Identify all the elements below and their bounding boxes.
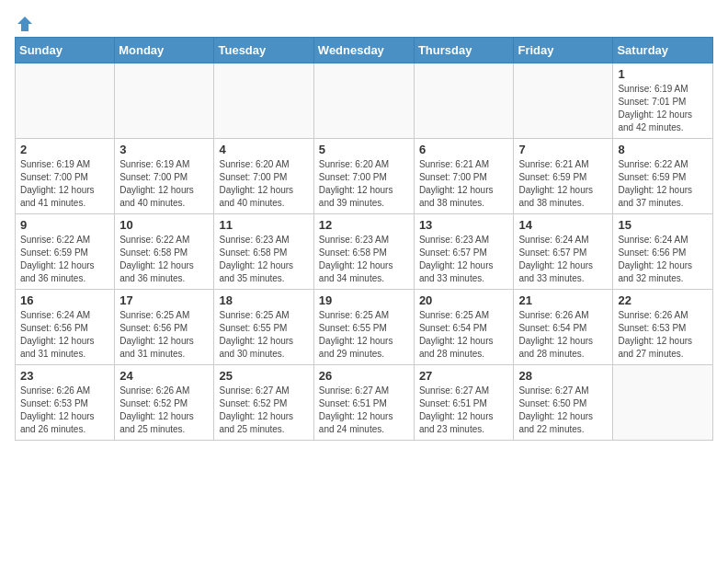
day-info: Sunrise: 6:24 AMSunset: 6:56 PMDaylight:… <box>618 234 708 285</box>
day-info-line: Daylight: 12 hours and 28 minutes. <box>518 336 593 359</box>
calendar-day-23: 23Sunrise: 6:26 AMSunset: 6:53 PMDayligh… <box>16 365 115 441</box>
calendar-day-21: 21Sunrise: 6:26 AMSunset: 6:54 PMDayligh… <box>514 290 613 365</box>
day-number: 9 <box>20 218 109 232</box>
day-info-line: Daylight: 12 hours and 27 minutes. <box>618 336 692 359</box>
calendar-empty-cell <box>214 63 313 139</box>
logo-icon <box>16 15 34 33</box>
day-number: 12 <box>319 218 409 232</box>
day-info-line: Sunset: 6:56 PM <box>20 323 88 333</box>
day-number: 2 <box>20 143 109 156</box>
calendar-day-1: 1Sunrise: 6:19 AMSunset: 7:01 PMDaylight… <box>613 63 713 139</box>
svg-marker-0 <box>17 17 32 31</box>
day-info-line: Sunset: 6:51 PM <box>319 398 387 408</box>
day-number: 1 <box>618 67 708 81</box>
day-info-line: Sunrise: 6:24 AM <box>618 235 688 245</box>
col-header-monday: Monday <box>115 38 214 63</box>
day-info-line: Sunrise: 6:23 AM <box>219 235 289 245</box>
calendar-empty-cell <box>514 63 613 139</box>
day-number: 26 <box>319 369 409 383</box>
day-info-line: Daylight: 12 hours and 39 minutes. <box>319 185 393 208</box>
day-info-line: Daylight: 12 hours and 30 minutes. <box>219 336 293 359</box>
day-info-line: Sunrise: 6:21 AM <box>419 159 489 169</box>
calendar-day-11: 11Sunrise: 6:23 AMSunset: 6:58 PMDayligh… <box>214 214 313 290</box>
col-header-wednesday: Wednesday <box>313 38 414 63</box>
calendar-day-24: 24Sunrise: 6:26 AMSunset: 6:52 PMDayligh… <box>115 365 214 441</box>
calendar-day-6: 6Sunrise: 6:21 AMSunset: 7:00 PMDaylight… <box>414 139 514 214</box>
col-header-thursday: Thursday <box>414 38 514 63</box>
day-number: 10 <box>119 218 209 232</box>
day-info: Sunrise: 6:24 AMSunset: 6:57 PMDaylight:… <box>518 234 608 285</box>
day-info-line: Sunset: 7:01 PM <box>618 97 686 107</box>
day-info-line: Daylight: 12 hours and 36 minutes. <box>20 260 95 283</box>
day-info-line: Sunset: 7:00 PM <box>20 172 88 182</box>
day-info-line: Daylight: 12 hours and 24 minutes. <box>319 411 393 434</box>
day-info-line: Sunset: 6:58 PM <box>119 247 188 258</box>
day-info-line: Sunrise: 6:22 AM <box>20 235 90 245</box>
day-info: Sunrise: 6:23 AMSunset: 6:57 PMDaylight:… <box>419 234 509 285</box>
day-info: Sunrise: 6:19 AMSunset: 7:00 PMDaylight:… <box>20 158 109 210</box>
day-info-line: Sunset: 6:57 PM <box>419 247 487 258</box>
day-info-line: Sunrise: 6:26 AM <box>119 385 189 396</box>
calendar-empty-cell <box>313 63 414 139</box>
day-info: Sunrise: 6:22 AMSunset: 6:59 PMDaylight:… <box>20 234 109 285</box>
calendar-day-19: 19Sunrise: 6:25 AMSunset: 6:55 PMDayligh… <box>313 290 414 365</box>
calendar-day-8: 8Sunrise: 6:22 AMSunset: 6:59 PMDaylight… <box>613 139 713 214</box>
calendar-day-14: 14Sunrise: 6:24 AMSunset: 6:57 PMDayligh… <box>514 214 613 290</box>
day-info-line: Sunset: 6:51 PM <box>419 398 487 408</box>
day-info-line: Sunrise: 6:20 AM <box>319 159 389 169</box>
calendar-day-12: 12Sunrise: 6:23 AMSunset: 6:58 PMDayligh… <box>313 214 414 290</box>
day-info: Sunrise: 6:21 AMSunset: 7:00 PMDaylight:… <box>419 158 509 210</box>
day-info-line: Sunrise: 6:27 AM <box>219 385 289 396</box>
day-info: Sunrise: 6:20 AMSunset: 7:00 PMDaylight:… <box>319 158 409 210</box>
day-info-line: Daylight: 12 hours and 38 minutes. <box>518 185 593 208</box>
day-info-line: Sunrise: 6:19 AM <box>20 159 90 169</box>
day-info-line: Sunset: 6:52 PM <box>119 398 188 408</box>
day-info-line: Sunset: 6:50 PM <box>518 398 586 408</box>
day-info-line: Daylight: 12 hours and 34 minutes. <box>319 260 393 283</box>
day-info-line: Sunrise: 6:27 AM <box>518 385 588 396</box>
calendar-week-row: 23Sunrise: 6:26 AMSunset: 6:53 PMDayligh… <box>16 365 713 441</box>
day-info-line: Sunrise: 6:19 AM <box>618 84 688 94</box>
calendar-day-25: 25Sunrise: 6:27 AMSunset: 6:52 PMDayligh… <box>214 365 313 441</box>
calendar-day-9: 9Sunrise: 6:22 AMSunset: 6:59 PMDaylight… <box>16 214 115 290</box>
calendar-day-5: 5Sunrise: 6:20 AMSunset: 7:00 PMDaylight… <box>313 139 414 214</box>
page-header <box>15 15 713 29</box>
calendar-header-row: SundayMondayTuesdayWednesdayThursdayFrid… <box>16 38 713 63</box>
day-info: Sunrise: 6:19 AMSunset: 7:00 PMDaylight:… <box>119 158 209 210</box>
day-info-line: Sunrise: 6:24 AM <box>518 235 588 245</box>
day-number: 18 <box>219 293 308 307</box>
day-info-line: Daylight: 12 hours and 41 minutes. <box>20 185 95 208</box>
day-info-line: Sunset: 6:54 PM <box>419 323 487 333</box>
calendar-day-4: 4Sunrise: 6:20 AMSunset: 7:00 PMDaylight… <box>214 139 313 214</box>
col-header-tuesday: Tuesday <box>214 38 313 63</box>
day-info-line: Sunset: 6:55 PM <box>319 323 387 333</box>
day-number: 5 <box>319 143 409 156</box>
calendar-day-17: 17Sunrise: 6:25 AMSunset: 6:56 PMDayligh… <box>115 290 214 365</box>
day-info-line: Sunrise: 6:22 AM <box>119 235 189 245</box>
day-info-line: Daylight: 12 hours and 23 minutes. <box>419 411 494 434</box>
day-info-line: Sunset: 6:53 PM <box>618 323 686 333</box>
day-info-line: Daylight: 12 hours and 38 minutes. <box>419 185 494 208</box>
calendar-day-28: 28Sunrise: 6:27 AMSunset: 6:50 PMDayligh… <box>514 365 613 441</box>
day-number: 27 <box>419 369 509 383</box>
day-info-line: Sunrise: 6:26 AM <box>518 310 588 320</box>
day-info-line: Daylight: 12 hours and 33 minutes. <box>419 260 494 283</box>
day-info: Sunrise: 6:27 AMSunset: 6:52 PMDaylight:… <box>219 385 308 436</box>
day-number: 13 <box>419 218 509 232</box>
day-info-line: Daylight: 12 hours and 32 minutes. <box>618 260 692 283</box>
day-info-line: Daylight: 12 hours and 31 minutes. <box>119 336 194 359</box>
day-info-line: Sunset: 6:57 PM <box>518 247 586 258</box>
day-info-line: Daylight: 12 hours and 37 minutes. <box>618 185 692 208</box>
calendar-day-20: 20Sunrise: 6:25 AMSunset: 6:54 PMDayligh… <box>414 290 514 365</box>
day-info: Sunrise: 6:26 AMSunset: 6:53 PMDaylight:… <box>20 385 109 436</box>
day-number: 24 <box>119 369 209 383</box>
calendar-empty-cell <box>115 63 214 139</box>
day-info-line: Sunrise: 6:26 AM <box>20 385 90 396</box>
day-info: Sunrise: 6:27 AMSunset: 6:51 PMDaylight:… <box>419 385 509 436</box>
calendar-week-row: 1Sunrise: 6:19 AMSunset: 7:01 PMDaylight… <box>16 63 713 139</box>
day-info: Sunrise: 6:26 AMSunset: 6:52 PMDaylight:… <box>119 385 209 436</box>
day-number: 20 <box>419 293 509 307</box>
calendar-day-22: 22Sunrise: 6:26 AMSunset: 6:53 PMDayligh… <box>613 290 713 365</box>
day-info-line: Sunrise: 6:21 AM <box>518 159 588 169</box>
day-info: Sunrise: 6:24 AMSunset: 6:56 PMDaylight:… <box>20 309 109 361</box>
